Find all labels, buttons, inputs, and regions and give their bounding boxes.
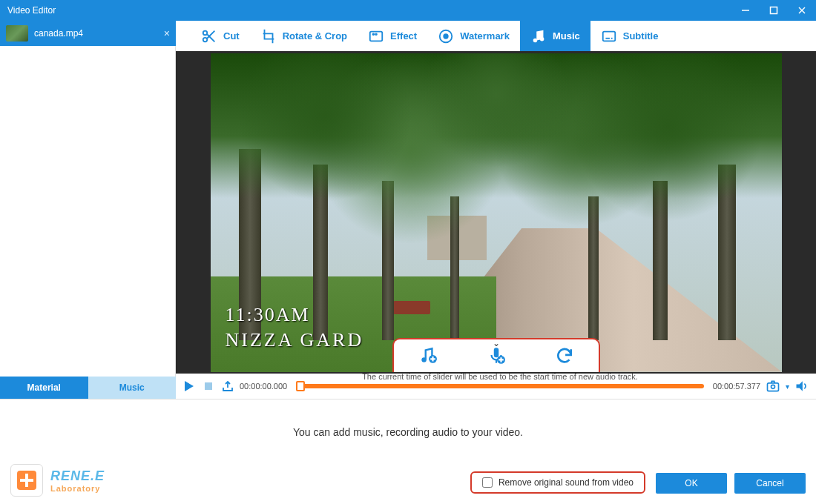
slider-thumb[interactable] bbox=[296, 381, 305, 391]
svg-point-4 bbox=[203, 30, 208, 35]
export-icon bbox=[222, 380, 234, 392]
svg-rect-1 bbox=[771, 7, 777, 14]
music-icon bbox=[530, 28, 547, 44]
svg-rect-15 bbox=[603, 31, 616, 41]
stop-button[interactable] bbox=[201, 379, 216, 394]
cancel-button[interactable]: Cancel bbox=[734, 473, 806, 494]
brand-icon bbox=[10, 464, 43, 497]
sidebar-tab-material[interactable]: Material bbox=[0, 377, 88, 399]
time-start: 00:00:00.000 bbox=[240, 382, 287, 391]
svg-marker-28 bbox=[797, 381, 803, 391]
video-preview[interactable]: 11:30AM NIZZA GARD ⌄ bbox=[211, 53, 782, 372]
svg-point-14 bbox=[540, 36, 544, 40]
scissors-icon bbox=[201, 28, 217, 44]
subtitle-icon bbox=[601, 28, 617, 44]
help-text: You can add music, recording audio to yo… bbox=[0, 399, 816, 438]
refresh-icon bbox=[555, 346, 574, 365]
tool-watermark[interactable]: Watermark bbox=[427, 21, 520, 51]
tool-subtitle[interactable]: Subtitle bbox=[590, 21, 669, 51]
snapshot-button[interactable] bbox=[765, 378, 781, 394]
main-toolbar: Cut Rotate & Crop Effect Watermark Music… bbox=[176, 21, 816, 51]
brand-subtitle: Laboratory bbox=[50, 484, 105, 493]
svg-rect-26 bbox=[768, 383, 779, 391]
svg-point-12 bbox=[444, 34, 448, 39]
minimize-button[interactable] bbox=[731, 0, 760, 21]
overlay-time-text: 11:30AM bbox=[226, 304, 310, 326]
svg-rect-20 bbox=[493, 348, 499, 357]
play-icon bbox=[183, 380, 195, 392]
timeline: 00:00:00.000 The current time of slider … bbox=[176, 374, 816, 399]
music-plus-icon bbox=[418, 346, 438, 365]
timeline-hint: The current time of slider will be used … bbox=[362, 372, 638, 381]
svg-point-9 bbox=[372, 33, 374, 35]
tool-cut[interactable]: Cut bbox=[191, 21, 250, 51]
volume-button[interactable] bbox=[794, 378, 810, 394]
sidebar-tab-music[interactable]: Music bbox=[88, 377, 177, 399]
timeline-slider[interactable]: The current time of slider will be used … bbox=[296, 384, 704, 388]
time-end: 00:00:57.377 bbox=[713, 382, 760, 391]
svg-point-10 bbox=[375, 33, 377, 35]
file-name: canada.mp4 bbox=[34, 28, 83, 39]
file-thumbnail bbox=[6, 25, 28, 42]
tool-music[interactable]: Music bbox=[520, 21, 590, 51]
brand-logo: RENE.E Laboratory bbox=[10, 464, 105, 497]
camera-icon bbox=[766, 379, 780, 394]
crop-icon bbox=[260, 28, 277, 44]
file-tab[interactable]: canada.mp4 × bbox=[0, 21, 176, 46]
watermark-icon bbox=[438, 28, 454, 44]
play-button[interactable] bbox=[182, 379, 197, 394]
remove-original-sound-checkbox[interactable]: Remove original sound from video bbox=[470, 471, 645, 494]
remove-sound-input[interactable] bbox=[482, 477, 493, 488]
volume-icon bbox=[794, 379, 809, 394]
svg-rect-24 bbox=[205, 382, 212, 390]
microphone-plus-icon bbox=[487, 346, 506, 365]
effect-icon bbox=[368, 28, 384, 44]
window-title: Video Editor bbox=[7, 5, 56, 16]
sidebar: canada.mp4 × Material Music bbox=[0, 21, 176, 399]
add-music-button[interactable] bbox=[415, 343, 441, 368]
sidebar-body bbox=[0, 46, 176, 377]
dropdown-arrow-icon[interactable]: ▾ bbox=[786, 382, 789, 391]
tool-effect[interactable]: Effect bbox=[358, 21, 427, 51]
svg-point-5 bbox=[203, 37, 208, 42]
brand-name: RENE.E bbox=[50, 468, 105, 484]
overlay-place-text: NIZZA GARD bbox=[226, 329, 364, 351]
svg-point-13 bbox=[533, 38, 538, 42]
file-close-icon[interactable]: × bbox=[164, 27, 170, 39]
audio-toolbar: ⌄ bbox=[392, 338, 600, 372]
svg-point-27 bbox=[771, 385, 775, 388]
svg-point-18 bbox=[421, 357, 427, 362]
ok-button[interactable]: OK bbox=[656, 473, 727, 494]
maximize-button[interactable] bbox=[760, 0, 788, 21]
remove-sound-label: Remove original sound from video bbox=[499, 477, 634, 488]
export-button[interactable] bbox=[220, 379, 235, 394]
svg-marker-23 bbox=[185, 381, 194, 391]
stop-icon bbox=[204, 382, 213, 391]
close-button[interactable] bbox=[788, 0, 816, 21]
preview-area: 11:30AM NIZZA GARD ⌄ bbox=[176, 51, 816, 374]
bottom-panel: You can add music, recording audio to yo… bbox=[0, 399, 816, 504]
refresh-audio-button[interactable] bbox=[552, 343, 577, 368]
chevron-down-icon[interactable]: ⌄ bbox=[493, 338, 500, 348]
tool-rotate-crop[interactable]: Rotate & Crop bbox=[250, 21, 358, 51]
titlebar: Video Editor bbox=[0, 0, 816, 21]
